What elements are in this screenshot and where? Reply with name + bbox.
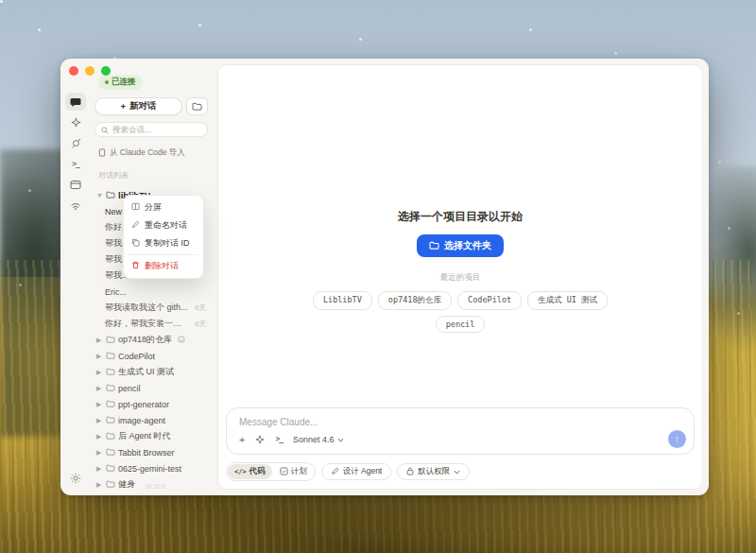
choose-folder-label: 选择文件夹 bbox=[444, 239, 491, 252]
recent-project-chip[interactable]: LiblibTV bbox=[313, 291, 372, 310]
github-icon bbox=[178, 336, 185, 345]
mode-toolbar: </> 代码 计划 设计 Agent 默认权限 bbox=[226, 462, 695, 481]
connection-status-badge: 已连接 bbox=[98, 75, 143, 90]
tree-folder[interactable]: ▶ 后 Agent 时代 bbox=[93, 428, 210, 444]
chats-nav-button[interactable] bbox=[65, 93, 86, 111]
claude-code-import[interactable]: 从 Claude Code 导入 bbox=[98, 147, 208, 159]
menu-divider bbox=[129, 254, 198, 255]
chat-item[interactable]: 你好，帮我安装一下... 6天 bbox=[93, 316, 210, 332]
spark-button[interactable] bbox=[255, 435, 265, 444]
recent-projects-list: LiblibTV op7418的仓库 CodePilot 生成式 UI 测试 p… bbox=[290, 291, 630, 333]
composer-toolbar: + >_ Sonnet 4.6 ↑ bbox=[239, 430, 686, 448]
search-input[interactable] bbox=[112, 125, 201, 134]
terminal-nav-button[interactable]: >_ bbox=[65, 155, 86, 173]
conversation-list-section-label: 对话列表 bbox=[98, 170, 210, 181]
chat-age-badge: 6天 bbox=[195, 303, 206, 313]
open-folder-button[interactable] bbox=[186, 97, 208, 115]
app-version: v0.10.0 bbox=[146, 483, 165, 490]
design-agent-label: 设计 Agent bbox=[343, 466, 383, 477]
chevron-right-icon: ▶ bbox=[96, 481, 103, 489]
tree-folder[interactable]: ▶ 0625-gemini-test bbox=[93, 460, 210, 476]
tree-folder[interactable]: ▶ pencil bbox=[93, 380, 210, 396]
menu-item-rename-chat[interactable]: 重命名对话 bbox=[127, 216, 200, 234]
wifi-icon bbox=[70, 201, 81, 211]
settings-button[interactable] bbox=[65, 469, 86, 487]
pencil-icon bbox=[131, 220, 140, 231]
menu-item-copy-chat-id[interactable]: 复制对话 ID bbox=[127, 234, 200, 252]
mode-plan[interactable]: 计划 bbox=[273, 464, 314, 479]
message-composer[interactable]: + >_ Sonnet 4.6 ↑ bbox=[226, 407, 695, 455]
chat-item[interactable]: Eric... bbox=[93, 284, 210, 300]
folder-icon bbox=[106, 384, 115, 393]
attach-button[interactable]: + bbox=[239, 434, 245, 445]
menu-item-split-view[interactable]: 分屏 bbox=[127, 199, 200, 216]
mode-segmented-control: </> 代码 计划 bbox=[226, 462, 316, 481]
tree-folder[interactable]: ▶ image-agent bbox=[93, 412, 210, 428]
chevron-down-icon bbox=[337, 435, 344, 444]
recent-project-chip[interactable]: CodePilot bbox=[457, 291, 522, 310]
gear-icon bbox=[70, 473, 81, 484]
chevron-right-icon: ▶ bbox=[96, 449, 103, 457]
permission-selector[interactable]: 默认权限 bbox=[397, 463, 470, 480]
chat-age-badge: 6天 bbox=[195, 320, 206, 329]
menu-item-label: 重命名对话 bbox=[145, 219, 187, 232]
new-chat-button[interactable]: + 新对话 bbox=[94, 97, 182, 115]
search-box[interactable] bbox=[94, 122, 208, 137]
model-selector[interactable]: Sonnet 4.6 bbox=[293, 435, 344, 444]
folder-icon bbox=[106, 416, 115, 425]
plus-icon: + bbox=[120, 101, 126, 112]
minimize-button[interactable] bbox=[85, 66, 94, 76]
menu-item-label: 分屏 bbox=[145, 201, 162, 214]
trash-icon bbox=[131, 261, 140, 271]
send-button[interactable]: ↑ bbox=[668, 430, 686, 448]
chevron-right-icon: ▶ bbox=[96, 417, 103, 424]
terminal-mode-button[interactable]: >_ bbox=[275, 435, 283, 443]
chevron-right-icon: ▶ bbox=[96, 337, 103, 344]
menu-item-delete-chat[interactable]: 删除对话 bbox=[127, 257, 200, 275]
folder-icon bbox=[106, 448, 115, 458]
chat-item[interactable]: 帮我读取我这个 gith... 6天 bbox=[93, 300, 210, 316]
close-button[interactable] bbox=[69, 66, 78, 76]
mode-code-label: 代码 bbox=[249, 466, 266, 477]
wallpaper-snow bbox=[0, 0, 3, 3]
chat-context-menu: 分屏 重命名对话 复制对话 ID 删除对话 bbox=[123, 195, 204, 279]
window-controls bbox=[69, 66, 111, 76]
message-input[interactable] bbox=[239, 417, 656, 427]
recent-project-chip[interactable]: op7418的仓库 bbox=[378, 291, 452, 310]
chevron-right-icon: ▶ bbox=[96, 465, 103, 473]
search-icon bbox=[101, 121, 109, 138]
zoom-button[interactable] bbox=[101, 66, 111, 76]
recent-project-chip[interactable]: 生成式 UI 测试 bbox=[527, 291, 608, 310]
connection-nav-button[interactable] bbox=[65, 197, 86, 215]
model-label: Sonnet 4.6 bbox=[293, 435, 335, 444]
mode-code[interactable]: </> 代码 bbox=[228, 464, 272, 479]
copy-icon bbox=[131, 238, 140, 249]
mcp-nav-button[interactable] bbox=[65, 134, 86, 152]
chevron-right-icon: ▶ bbox=[96, 369, 103, 376]
status-badge-label: 已连接 bbox=[112, 77, 136, 88]
tree-folder[interactable]: ▶ 生成式 UI 测试 bbox=[93, 364, 210, 380]
skills-nav-button[interactable] bbox=[65, 113, 86, 131]
chat-title: Eric... bbox=[105, 287, 127, 297]
design-agent-button[interactable]: 设计 Agent bbox=[321, 463, 392, 480]
folder-name: 后 Agent 时代 bbox=[118, 430, 171, 442]
tree-folder[interactable]: ▶ ppt-generator bbox=[93, 396, 210, 412]
plug-icon bbox=[71, 138, 81, 148]
recent-project-chip[interactable]: pencil bbox=[436, 316, 486, 333]
chat-title: 你好，帮我安装一下... bbox=[105, 318, 188, 330]
arrow-up-icon: ↑ bbox=[675, 434, 679, 444]
preview-nav-button[interactable] bbox=[65, 176, 86, 194]
folder-icon bbox=[106, 190, 115, 200]
tree-folder[interactable]: ▶ op7418的仓库 bbox=[93, 332, 210, 348]
app-window: >_ 已连接 bbox=[60, 59, 709, 495]
folder-name: Tabbit Browser bbox=[118, 448, 175, 458]
folder-name: CodePilot bbox=[118, 352, 155, 361]
desktop-wallpaper: >_ 已连接 bbox=[0, 0, 756, 553]
terminal-icon: >_ bbox=[72, 160, 79, 168]
tree-folder[interactable]: ▶ Tabbit Browser bbox=[93, 444, 210, 460]
chat-bubble-icon bbox=[70, 96, 81, 108]
chevron-down-icon: ▼ bbox=[96, 192, 103, 199]
tree-folder[interactable]: ▶ CodePilot bbox=[93, 348, 210, 364]
choose-folder-button[interactable]: 选择文件夹 bbox=[417, 234, 504, 257]
import-doc-icon bbox=[98, 148, 106, 159]
